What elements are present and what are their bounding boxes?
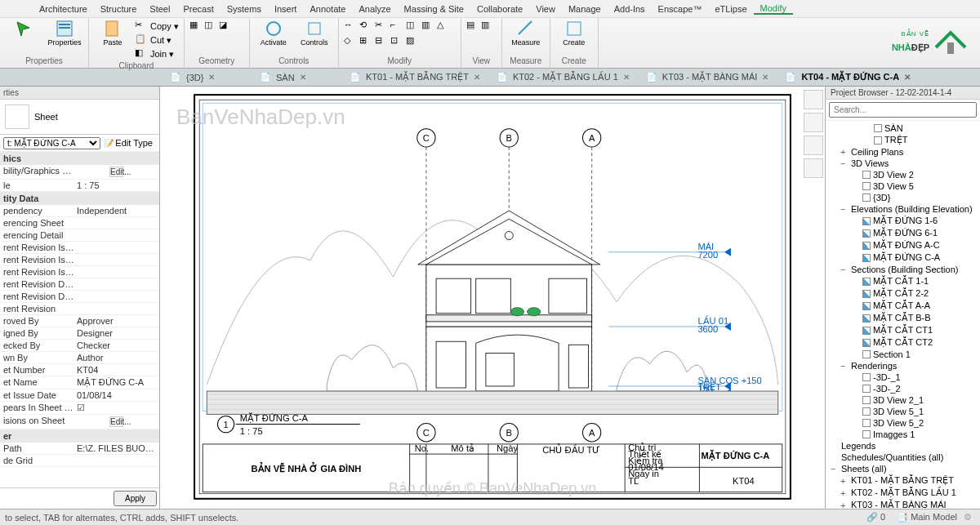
document-tab[interactable]: 📄KT04 - MẶT ĐỨNG C-A✕ [777,70,919,84]
menu-systems[interactable]: Systems [220,4,268,14]
modify-button[interactable] [5,20,42,47]
props-row[interactable]: et NumberKT04 [0,364,159,376]
drawing-canvas[interactable]: BanVeNhaDep.vn CBA MÁI7200LẦU 013600SÀN … [160,87,825,509]
props-row[interactable]: rent Revision Date [0,278,159,291]
menu-manage[interactable]: Manage [562,4,608,14]
menu-view[interactable]: View [529,4,562,14]
menu-massing & site[interactable]: Massing & Site [398,4,470,14]
menu-annotate[interactable]: Annotate [303,4,352,14]
menu-steel[interactable]: Steel [143,4,176,14]
props-row[interactable]: isions on SheetEdit... [0,415,159,429]
close-icon[interactable]: ✕ [904,73,911,82]
props-row[interactable]: bility/Graphics Overrid...Edit... [0,165,159,180]
tree-node[interactable]: −3D Views [826,158,980,169]
geom-icon[interactable]: ◪ [219,20,232,33]
controls-button[interactable]: Controls [296,20,333,47]
tree-node[interactable]: -3D-_2 [826,383,980,394]
tree-node[interactable]: MẶT CẮT CT1 [826,324,980,336]
tree-node[interactable]: +KT03 - MẶT BÀNG MÁI [826,499,980,509]
copy-button[interactable]: ✂Copy ▾ [135,20,179,33]
view-icon[interactable]: ▥ [481,20,494,33]
search-input[interactable] [829,102,977,118]
menu-architecture[interactable]: Architecture [33,4,94,14]
document-tab[interactable]: 📄KT01 - MẶT BẰNG TRỆT✕ [341,70,488,84]
tree-node[interactable]: MẶT CẮT A-A [826,300,980,312]
tree-node[interactable]: 3D View 5_2 [826,417,980,429]
modify-tool-icon[interactable]: ◫ [406,20,419,33]
modify-tool-icon[interactable]: ✂ [375,20,388,33]
tree-node[interactable]: −Sections (Building Section) [826,264,980,275]
modify-tool-icon[interactable]: ▨ [406,35,419,48]
tree-node[interactable]: MẶT CẮT 2-2 [826,287,980,300]
tree-node[interactable]: MẶT ĐỨNG C-A [826,251,980,264]
edit-button[interactable]: Edit... [109,416,123,427]
document-tab[interactable]: 📄{3D}✕ [162,70,252,84]
instance-dropdown[interactable]: t: MẶT ĐỨNG C-A [3,137,100,149]
tree-node[interactable]: MẶT ĐỨNG 6-1 [826,227,980,239]
props-row[interactable]: rent Revision Descripti... [0,291,159,303]
close-icon[interactable]: ✕ [623,73,630,82]
modify-tool-icon[interactable]: ⊞ [359,35,372,48]
props-row[interactable]: erencing Detail [0,229,159,242]
measure-button[interactable]: Measure [507,20,545,47]
modify-tool-icon[interactable]: ↔ [344,20,357,33]
modify-tool-icon[interactable]: ◇ [344,35,357,48]
menu-modify[interactable]: Modify [754,3,793,15]
props-row[interactable]: igned ByDesigner [0,327,159,340]
cut-button[interactable]: 📋Cut ▾ [135,33,179,47]
tree-node[interactable]: Schedules/Quantities (all) [826,452,980,463]
zoom-icon[interactable] [804,136,823,155]
menu-etlipse[interactable]: eTLipse [708,4,753,14]
join-button[interactable]: ◧Join ▾ [135,47,179,60]
tree-node[interactable]: MẶT ĐỨNG A-C [826,239,980,251]
apply-button[interactable]: Apply [114,491,157,506]
close-icon[interactable]: ✕ [300,73,306,82]
geom-icon[interactable]: ▦ [189,20,203,33]
props-row[interactable]: rent Revision Issued [0,242,159,254]
tree-node[interactable]: 3D View 2 [826,169,980,180]
tree-node[interactable]: -3D-_1 [826,372,980,383]
view-icon[interactable]: ▤ [466,20,479,33]
props-row[interactable]: rent Revision [0,303,159,315]
tree-node[interactable]: +KT02 - MẶT BẰNG LẦU 1 [826,487,980,499]
tree-node[interactable]: 3D View 5 [826,180,980,192]
tree-node[interactable]: 3D View 2_1 [826,394,980,406]
edit-button[interactable]: Edit... [109,167,123,177]
document-tab[interactable]: 📄SÀN✕ [252,70,341,84]
nav-icon[interactable] [804,113,823,132]
create-button[interactable]: Create [555,20,593,47]
tree-node[interactable]: {3D} [826,192,980,203]
edit-type-button[interactable]: 📝 Edit Type [100,136,156,149]
props-row[interactable]: rent Revision Issued To [0,266,159,278]
modify-tool-icon[interactable]: ⌐ [390,20,403,33]
tree-node[interactable]: MẶT CẮT B-B [826,312,980,324]
tree-node[interactable]: 3D View 5_1 [826,406,980,417]
tree-node[interactable]: −Renderings [826,360,980,372]
menu-enscape™[interactable]: Enscape™ [652,4,709,14]
document-tab[interactable]: 📄KT02 - MẶT BẰNG LẦU 1✕ [488,70,638,84]
props-row[interactable]: pendencyIndependent [0,205,159,217]
tree-node[interactable]: SÀN [826,122,980,134]
menu-structure[interactable]: Structure [94,4,144,14]
status-icon[interactable]: ⚙ [964,512,975,523]
pan-icon[interactable] [804,158,823,178]
tree-node[interactable]: −Elevations (Building Elevation) [826,203,980,215]
modify-tool-icon[interactable]: ⟲ [359,20,372,33]
tree-node[interactable]: TRỆT [826,134,980,146]
activate-button[interactable]: Activate [255,20,292,47]
modify-tool-icon[interactable]: ⊟ [375,35,388,48]
props-row[interactable]: PathE:\Z. FILES BUON BAN\NH... [0,443,159,455]
document-tab[interactable]: 📄KT03 - MẶT BÀNG MÁI✕ [638,70,777,84]
props-row[interactable]: erencing Sheet [0,217,159,229]
tree-node[interactable]: MẶT CẮT 1-1 [826,275,980,287]
menu-add-ins[interactable]: Add-Ins [608,4,652,14]
props-row[interactable]: roved ByApprover [0,315,159,327]
props-row[interactable]: pears In Sheet List☑ [0,402,159,415]
modify-tool-icon[interactable]: △ [437,20,450,33]
tree-node[interactable]: −Sheets (all) [826,463,980,474]
close-icon[interactable]: ✕ [208,73,215,82]
properties-button[interactable]: Properties [46,20,83,47]
props-row[interactable]: et Issue Date01/08/14 [0,389,159,402]
menu-precast[interactable]: Precast [176,4,220,14]
tree-node[interactable]: Section 1 [826,349,980,360]
